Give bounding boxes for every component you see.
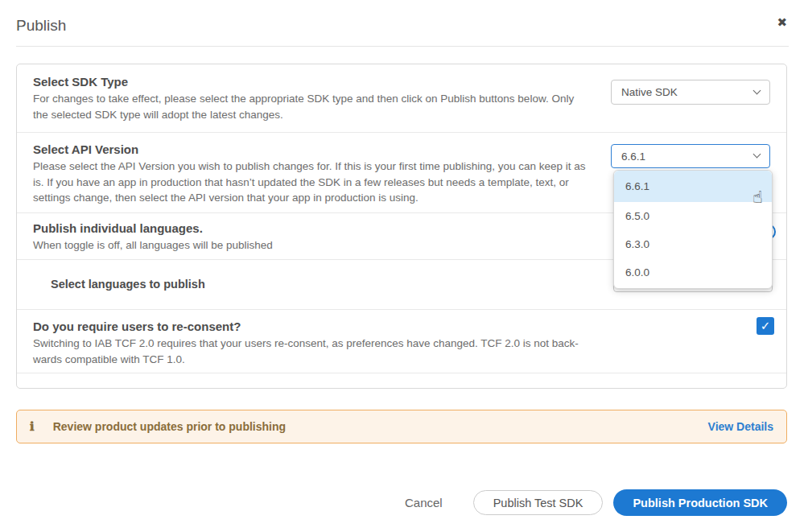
api-version-heading: Select API Version — [33, 142, 596, 156]
title-divider — [16, 46, 789, 47]
api-version-text: Select API Version Please select the API… — [33, 142, 611, 212]
banner-text: Review product updates prior to publishi… — [53, 420, 708, 433]
reconsent-checkbox[interactable]: ✓ — [757, 317, 774, 335]
individual-languages-heading: Publish individual languages. — [33, 221, 596, 235]
sdk-type-text: Select SDK Type For changes to take effe… — [33, 75, 611, 132]
section-bottom-strip — [17, 373, 786, 388]
sdk-type-description: For changes to take effect, please selec… — [33, 91, 596, 122]
reconsent-text: Do you require users to re-consent? Swit… — [33, 320, 611, 373]
reconsent-control — [611, 320, 770, 373]
chevron-down-icon — [753, 86, 761, 94]
sdk-type-heading: Select SDK Type — [33, 75, 596, 89]
reconsent-description: Switching to IAB TCF 2.0 requires that y… — [33, 336, 596, 367]
dropdown-option[interactable]: 6.0.0 — [614, 258, 772, 287]
api-version-description: Please select the API Version you wish t… — [33, 159, 596, 206]
page-title: Publish — [16, 17, 66, 35]
section-sdk-type: Select SDK Type For changes to take effe… — [17, 64, 786, 132]
info-icon: ℹ — [30, 419, 35, 434]
sdk-type-control: Native SDK — [611, 75, 770, 132]
dropdown-option[interactable]: 6.6.1 — [614, 171, 772, 202]
api-version-dropdown-list: 6.6.1 6.5.0 6.3.0 6.0.0 — [613, 170, 773, 289]
individual-languages-text: Publish individual languages. When toggl… — [33, 221, 611, 259]
api-version-select-value: 6.6.1 — [621, 151, 645, 163]
info-banner: ℹ Review product updates prior to publis… — [16, 410, 787, 443]
sdk-type-select[interactable]: Native SDK — [611, 80, 770, 105]
individual-languages-description: When toggle is off, all languages will b… — [33, 237, 596, 254]
publish-production-sdk-button[interactable]: Publish Production SDK — [613, 489, 787, 516]
sdk-type-select-value: Native SDK — [621, 86, 678, 98]
chevron-down-icon — [753, 151, 761, 159]
section-reconsent: Do you require users to re-consent? Swit… — [17, 309, 786, 373]
modal-footer: Cancel Publish Test SDK Publish Producti… — [0, 489, 787, 516]
dropdown-option[interactable]: 6.5.0 — [614, 202, 772, 230]
select-languages-text: Select languages to publish — [33, 278, 611, 309]
publish-modal: Publish ✖ Select SDK Type For changes to… — [0, 0, 804, 532]
reconsent-heading: Do you require users to re-consent? — [33, 320, 596, 333]
api-version-select[interactable]: 6.6.1 — [611, 144, 770, 168]
publish-test-sdk-button[interactable]: Publish Test SDK — [473, 490, 604, 515]
select-languages-heading: Select languages to publish — [51, 278, 596, 291]
close-icon[interactable]: ✖ — [777, 15, 787, 30]
cancel-button[interactable]: Cancel — [405, 496, 443, 509]
view-details-link[interactable]: View Details — [708, 420, 773, 433]
dropdown-option[interactable]: 6.3.0 — [614, 230, 772, 258]
